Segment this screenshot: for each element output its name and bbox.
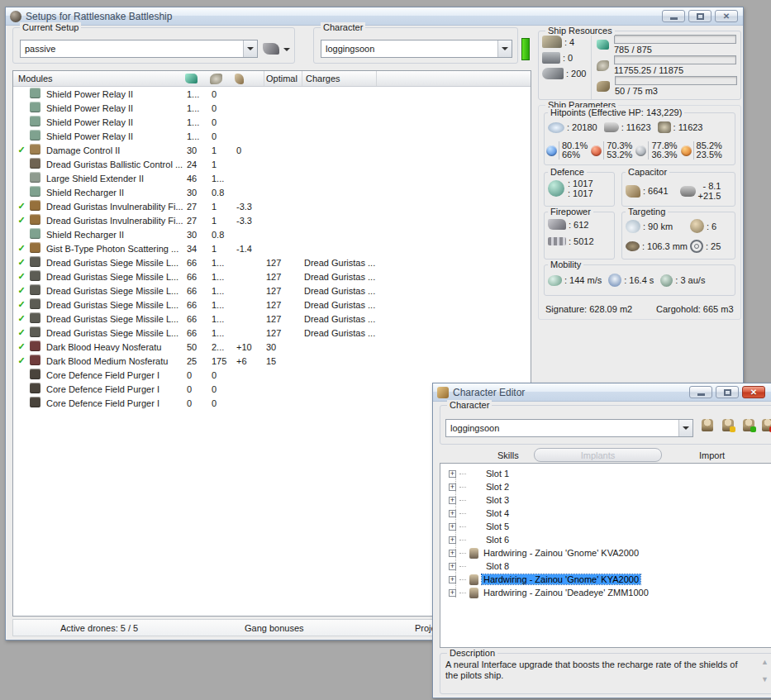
expand-icon[interactable]: + bbox=[449, 470, 456, 478]
module-row[interactable]: Core Defence Field Purger I00 bbox=[13, 368, 531, 382]
editor-minimize-button[interactable] bbox=[689, 386, 712, 398]
fitting-menu-caret[interactable] bbox=[281, 41, 293, 58]
editor-character-select[interactable]: loggingsoon bbox=[445, 419, 693, 437]
tree-item-label[interactable]: Hardwiring - Zainou 'Gnome' KYA2000 bbox=[482, 574, 640, 584]
module-cap: -3.3 bbox=[235, 216, 264, 226]
module-row[interactable]: ✓Dread Guristas Siege Missile L...661...… bbox=[13, 298, 531, 312]
module-row[interactable]: Shield Power Relay II1...0 bbox=[13, 101, 531, 115]
tab-skills[interactable]: Skills bbox=[497, 450, 519, 460]
expand-icon[interactable]: + bbox=[449, 536, 456, 544]
editor-titlebar[interactable]: Character Editor ✕ bbox=[433, 383, 771, 402]
module-row[interactable]: ✓Dread Guristas Siege Missile L...661...… bbox=[13, 269, 531, 283]
siege-missile-launcher-icon bbox=[30, 256, 45, 269]
module-pg: 0 bbox=[210, 370, 235, 380]
module-row[interactable]: ✓Dread Guristas Siege Missile L...661...… bbox=[13, 255, 531, 269]
module-cap: -1.4 bbox=[235, 244, 264, 254]
ship-resources-group: Ship Resources : 4: 0: 200 785 / 8751175… bbox=[538, 31, 741, 100]
module-row[interactable]: Shield Recharger II300.8 bbox=[13, 227, 531, 241]
setup-select[interactable]: passive bbox=[20, 40, 258, 58]
module-row[interactable]: ✓Gist B-Type Photon Scattering ...341-1.… bbox=[13, 241, 531, 255]
module-cpu: 1... bbox=[185, 89, 210, 99]
module-cpu: 30 bbox=[185, 145, 210, 155]
expand-icon[interactable]: + bbox=[449, 563, 456, 570]
mobility-label: Mobility bbox=[548, 260, 583, 269]
tree-item[interactable]: +Hardwiring - Zainou 'Gnome' KYA2000 bbox=[440, 573, 771, 586]
tree-item-label[interactable]: Hardwiring - Zainou 'Deadeye' ZMM1000 bbox=[482, 588, 650, 598]
module-row[interactable]: ✓Dread Guristas Invulnerability Fi...271… bbox=[13, 213, 531, 227]
module-row[interactable]: Dread Guristas Ballistic Control ...241 bbox=[13, 157, 531, 171]
scan-resolution-icon bbox=[626, 241, 640, 251]
tree-item-label[interactable]: Slot 1 bbox=[484, 469, 511, 479]
cpu-column-icon[interactable] bbox=[185, 71, 210, 86]
expand-icon[interactable]: + bbox=[449, 589, 456, 597]
close-button[interactable]: ✕ bbox=[715, 10, 738, 22]
tree-item[interactable]: +Hardwiring - Zainou 'Gnome' KVA2000 bbox=[440, 546, 771, 560]
powergrid-column-icon[interactable] bbox=[210, 71, 235, 86]
tree-item[interactable]: +Slot 4 bbox=[440, 507, 771, 520]
capacitor-column-icon[interactable] bbox=[235, 71, 264, 86]
module-row[interactable]: ✓Damage Control II3010 bbox=[13, 143, 531, 157]
eft-character-select-arrow[interactable] bbox=[497, 40, 512, 57]
tree-item[interactable]: +Slot 8 bbox=[440, 560, 771, 573]
setup-select-arrow[interactable] bbox=[243, 40, 257, 57]
tree-item[interactable]: +Slot 3 bbox=[440, 493, 771, 507]
module-row[interactable]: ✓Dread Guristas Siege Missile L...661...… bbox=[13, 312, 531, 326]
character-skill-indicator bbox=[521, 38, 530, 60]
siege-missile-launcher-icon bbox=[30, 312, 45, 325]
module-row[interactable]: ✓Dread Guristas Siege Missile L...661...… bbox=[13, 326, 531, 340]
tree-item[interactable]: +Slot 1 bbox=[440, 467, 771, 480]
volley-icon bbox=[548, 219, 566, 230]
minimize-button[interactable] bbox=[662, 10, 685, 22]
optimal-column-header[interactable]: Optimal bbox=[264, 71, 302, 86]
scroll-up-icon[interactable]: ▲ bbox=[761, 659, 769, 666]
tree-item-label[interactable]: Slot 6 bbox=[484, 535, 511, 545]
expand-icon[interactable]: + bbox=[449, 497, 456, 504]
tree-item-label[interactable]: Slot 3 bbox=[484, 495, 511, 505]
editor-maximize-button[interactable] bbox=[716, 386, 739, 398]
module-row[interactable]: ✓Dread Guristas Invulnerability Fi...271… bbox=[13, 199, 531, 213]
scroll-down-icon[interactable]: ▼ bbox=[761, 676, 769, 683]
expand-icon[interactable]: + bbox=[449, 523, 456, 531]
nosferatu-icon bbox=[30, 355, 45, 367]
tab-import[interactable]: Import bbox=[699, 450, 725, 460]
module-row[interactable]: ✓Dread Guristas Siege Missile L...661...… bbox=[13, 283, 531, 298]
expand-icon[interactable]: + bbox=[449, 483, 456, 491]
charges-column-header[interactable]: Charges bbox=[302, 71, 377, 86]
character-edit-button[interactable] bbox=[722, 419, 734, 431]
maximize-button[interactable] bbox=[688, 10, 712, 22]
expand-icon[interactable]: + bbox=[449, 550, 456, 557]
tree-item[interactable]: +Slot 6 bbox=[440, 533, 771, 546]
module-optimal: 127 bbox=[264, 328, 302, 338]
eft-character-select[interactable]: loggingsoon bbox=[321, 40, 512, 58]
tab-implants[interactable]: Implants bbox=[534, 448, 662, 462]
tree-item-label[interactable]: Hardwiring - Zainou 'Gnome' KVA2000 bbox=[482, 548, 640, 558]
expand-icon[interactable]: + bbox=[449, 576, 456, 583]
capacitor-label: Capacitor bbox=[626, 167, 669, 177]
module-row[interactable]: Shield Power Relay II1...0 bbox=[13, 87, 531, 101]
tree-item-label[interactable]: Slot 8 bbox=[484, 561, 511, 571]
eft-titlebar[interactable]: Setups for Rattlesnake Battleship ✕ bbox=[6, 7, 743, 26]
tree-item[interactable]: +Hardwiring - Zainou 'Deadeye' ZMM1000 bbox=[440, 586, 771, 599]
module-row[interactable]: ✓Dark Blood Heavy Nosferatu502...+1030 bbox=[13, 340, 531, 354]
character-new-button[interactable] bbox=[702, 419, 713, 431]
tree-item[interactable]: +Slot 2 bbox=[440, 480, 771, 493]
character-import-button[interactable] bbox=[743, 419, 754, 431]
module-row[interactable]: Shield Power Relay II1...0 bbox=[13, 115, 531, 129]
fitting-tools-icon[interactable] bbox=[263, 43, 279, 55]
module-cpu: 0 bbox=[185, 370, 210, 380]
tree-item[interactable]: +Slot 5 bbox=[440, 520, 771, 533]
character-delete-button[interactable] bbox=[762, 419, 771, 431]
modules-column-header[interactable]: Modules bbox=[13, 71, 185, 86]
module-row[interactable]: Large Shield Extender II461... bbox=[13, 171, 531, 185]
module-row[interactable]: Shield Recharger II300.8 bbox=[13, 185, 531, 199]
dps-icon bbox=[548, 237, 566, 245]
editor-close-button[interactable]: ✕ bbox=[742, 386, 765, 398]
module-row[interactable]: ✓Dark Blood Medium Nosferatu25175+615 bbox=[13, 354, 531, 368]
tree-item-label[interactable]: Slot 4 bbox=[484, 508, 511, 518]
editor-character-select-arrow[interactable] bbox=[678, 420, 692, 436]
module-row[interactable]: Shield Power Relay II1...0 bbox=[13, 129, 531, 143]
tree-item-label[interactable]: Slot 5 bbox=[484, 521, 511, 531]
tree-item-label[interactable]: Slot 2 bbox=[484, 482, 511, 492]
siege-missile-launcher-icon bbox=[30, 326, 45, 339]
expand-icon[interactable]: + bbox=[449, 510, 456, 517]
